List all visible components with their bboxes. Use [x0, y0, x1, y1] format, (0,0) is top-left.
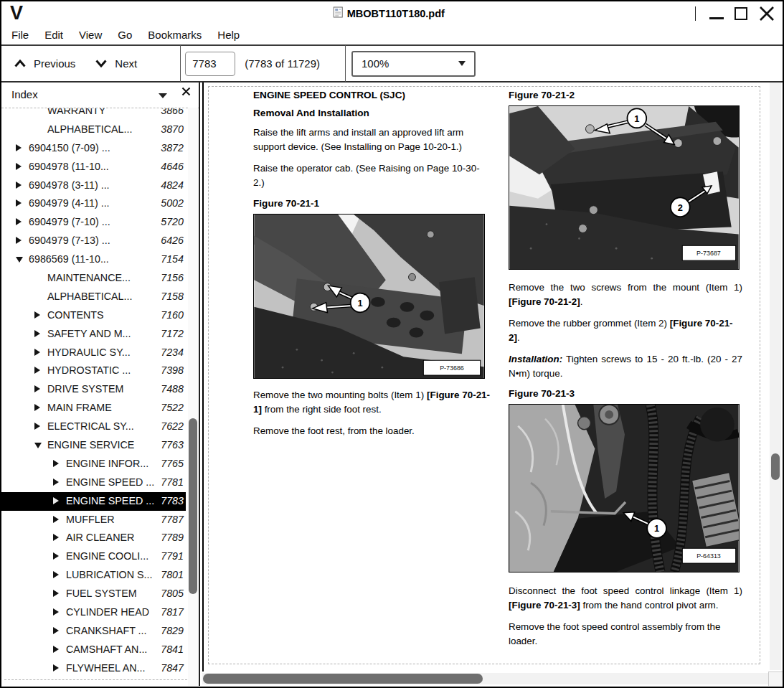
- tree-item[interactable]: ENGINE INFOR... 7765: [1, 455, 186, 473]
- paragraph: Remove the foot speed control assembly f…: [509, 620, 742, 649]
- tree-expander-icon[interactable]: [16, 199, 22, 207]
- tree-item-label: CYLINDER HEAD: [66, 603, 149, 622]
- document-horizontal-scrollbar-thumb[interactable]: [203, 674, 483, 684]
- sidebar-scrollbar-thumb[interactable]: [189, 418, 197, 594]
- tree-expander-icon[interactable]: [16, 237, 22, 244]
- pdf-viewer-window: V MBOBT110T180.pdf: [0, 0, 784, 688]
- tree-expander-icon[interactable]: [53, 497, 59, 504]
- tree-item-label: MUFFLER: [66, 511, 115, 529]
- tree-item-label: ENGINE SERVICE: [47, 436, 134, 455]
- menu-item-help[interactable]: Help: [209, 25, 247, 44]
- tree-item[interactable]: CONTENTS 7160: [1, 306, 186, 325]
- tree-item[interactable]: 6904979 (7-13) ... 6426: [1, 232, 186, 250]
- tree-expander-icon[interactable]: [53, 608, 59, 616]
- tree-expander-icon[interactable]: [34, 311, 40, 319]
- tree-item[interactable]: FUEL SYSTEM 7805: [1, 585, 186, 603]
- tree-item[interactable]: MAINTENANCE... 7156: [1, 269, 186, 288]
- tree-item[interactable]: LUBRICATION S... 7801: [1, 566, 186, 585]
- tree-expander-icon[interactable]: [16, 218, 22, 225]
- tree-item[interactable]: 6904150 (7-09) ... 3872: [1, 139, 186, 158]
- tree-expander-icon[interactable]: [34, 367, 40, 374]
- tree-item[interactable]: ENGINE SPEED ... 7783: [1, 492, 186, 511]
- tree-expander-icon[interactable]: [53, 460, 59, 467]
- tree-item[interactable]: AIR CLEANER 7789: [1, 529, 186, 547]
- tree-item[interactable]: WARRANTY 3866: [1, 108, 186, 121]
- tree-item[interactable]: 6986569 (11-10... 7154: [1, 250, 186, 269]
- document-viewport[interactable]: ENGINE SPEED CONTROL (SJC) Removal And I…: [202, 83, 783, 671]
- tree-item[interactable]: HYDROSTATIC ... 7398: [1, 362, 186, 380]
- app-logo: V: [10, 2, 22, 24]
- tree-item[interactable]: ENGINE SPEED ... 7781: [1, 473, 186, 492]
- tree-item[interactable]: ENGINE COOLI... 7791: [1, 547, 186, 566]
- tree-expander-icon[interactable]: [34, 443, 42, 448]
- tree-item[interactable]: MAIN FRAME 7522: [1, 399, 186, 418]
- menu-item-edit[interactable]: Edit: [37, 25, 71, 44]
- tree-item[interactable]: DRIVE SYSTEM 7488: [1, 380, 186, 399]
- previous-page-button[interactable]: Previous: [14, 57, 75, 70]
- tree-item-label: 6904979 (4-11) ...: [29, 194, 110, 213]
- sidebar-close-icon[interactable]: [181, 86, 191, 99]
- tree-expander-icon[interactable]: [34, 349, 40, 356]
- tree-expander-icon[interactable]: [53, 664, 59, 671]
- tree-expander-icon[interactable]: [53, 534, 59, 541]
- tree-item[interactable]: ALPHABETICAL... 7158: [1, 288, 186, 306]
- tree-expander-icon[interactable]: [34, 404, 40, 411]
- tree-item[interactable]: 6904978 (3-11) ... 4824: [1, 176, 186, 195]
- tree-item[interactable]: FLYWHEEL AN... 7847: [1, 659, 186, 678]
- next-page-button[interactable]: Next: [95, 57, 137, 70]
- tree-expander-icon[interactable]: [53, 571, 59, 578]
- tree-item[interactable]: 6904978 (11-10... 4646: [1, 158, 186, 176]
- document-horizontal-scrollbar[interactable]: [202, 673, 768, 684]
- tree-item[interactable]: HYDRAULIC SY... 7234: [1, 344, 186, 362]
- tree-item[interactable]: 6904979 (7-10) ... 5720: [1, 213, 186, 232]
- tree-expander-icon[interactable]: [53, 479, 59, 486]
- tree-item[interactable]: ELECTRICAL SY... 7622: [1, 418, 186, 436]
- minimize-button[interactable]: [709, 8, 724, 19]
- tree-expander-icon[interactable]: [53, 590, 59, 597]
- tree-expander-icon[interactable]: [34, 385, 40, 392]
- menu-item-view[interactable]: View: [71, 25, 110, 44]
- tree-expander-icon[interactable]: [53, 646, 59, 653]
- tree-expander-icon[interactable]: [53, 552, 59, 560]
- tree-item-label: 6904978 (3-11) ...: [29, 176, 110, 195]
- tree-item-page-number: 7158: [161, 288, 184, 306]
- index-sidebar: Index WARRANTY 3866 ALPHABETICAL... 3870…: [1, 83, 200, 686]
- tree-item[interactable]: SAFETY AND M... 7172: [1, 325, 186, 344]
- sidebar-pane-selector-icon[interactable]: [159, 93, 167, 98]
- zoom-level-dropdown[interactable]: 100%: [351, 51, 476, 77]
- tree-item-label: 6904979 (7-13) ...: [29, 232, 110, 250]
- document-vertical-scrollbar-thumb[interactable]: [771, 453, 780, 480]
- tree-item-page-number: 3870: [161, 121, 184, 139]
- tree-item[interactable]: MUFFLER 7787: [1, 511, 186, 529]
- close-button[interactable]: [758, 5, 775, 22]
- menu-item-file[interactable]: File: [11, 25, 37, 44]
- tree-item-page-number: 5720: [161, 213, 184, 232]
- tree-item[interactable]: 6904979 (4-11) ... 5002: [1, 194, 186, 213]
- tree-item-page-number: 7160: [161, 306, 184, 325]
- sidebar-scrollbar[interactable]: [188, 108, 198, 686]
- tree-item[interactable]: ENGINE SERVICE 7763: [1, 436, 186, 455]
- menu-item-bookmarks[interactable]: Bookmarks: [140, 25, 209, 44]
- tree-expander-icon[interactable]: [16, 163, 22, 170]
- page-number-input[interactable]: [185, 52, 235, 76]
- tree-expander-icon[interactable]: [34, 330, 40, 337]
- maximize-button[interactable]: [735, 7, 747, 20]
- tree-item[interactable]: ALPHABETICAL... 3870: [1, 121, 186, 139]
- tree-expander-icon[interactable]: [34, 423, 40, 430]
- tree-item-label: 6904978 (11-10...: [29, 158, 109, 176]
- tree-item-page-number: 7829: [161, 622, 184, 641]
- tree-expander-icon[interactable]: [53, 627, 59, 634]
- menu-item-go[interactable]: Go: [110, 25, 140, 44]
- tree-item[interactable]: CYLINDER HEAD 7817: [1, 603, 186, 622]
- tree-expander-icon[interactable]: [16, 257, 23, 263]
- tree-expander-icon[interactable]: [16, 182, 22, 189]
- next-label: Next: [115, 57, 137, 70]
- tree-item-page-number: 7172: [161, 325, 184, 344]
- tree-expander-icon[interactable]: [16, 144, 22, 151]
- tree-item[interactable]: CAMSHAFT AN... 7841: [1, 641, 186, 659]
- tree-expander-icon[interactable]: [53, 516, 59, 523]
- tree-item[interactable]: CRANKSHAFT ... 7829: [1, 622, 186, 641]
- sidebar-title: Index: [11, 88, 38, 100]
- document-vertical-scrollbar[interactable]: [770, 83, 781, 670]
- tree-item-label: 6904979 (7-10) ...: [29, 213, 110, 232]
